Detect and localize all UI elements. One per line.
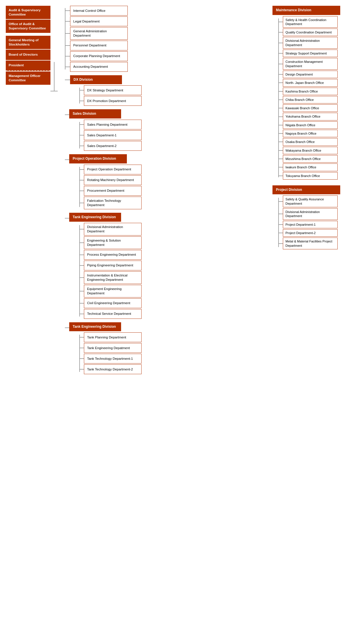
- dept-dx-promotion: DX Promotion Department: [84, 96, 142, 106]
- dept-construction-mgmt: Construction Management Department: [283, 58, 338, 70]
- right-dept-item: North- Japan Branch Office: [278, 79, 340, 86]
- dept-equipment-eng: Equipment Engineering Department: [84, 285, 142, 297]
- org-chart: Audit & Supervisory Committee Office of …: [6, 6, 340, 378]
- dept-project-dept-1: Project Department-1: [283, 221, 338, 228]
- top-dept-accounting: Accounting Department: [65, 62, 270, 72]
- dept-safety-health-coord: Safety & Health Coordination Department: [283, 16, 338, 28]
- right-dept-item: Divisional Administration Department: [278, 208, 340, 220]
- right-dept-item: Tokuyama Branch Office: [278, 172, 340, 180]
- right-dept-item: Project Department-2: [278, 229, 340, 237]
- gov-item-general-meeting: General Meeting of Stockholders: [6, 36, 50, 49]
- top-dept-internal-control: Internal Control Office: [65, 6, 270, 16]
- dept-general-admin: General Administration Department: [70, 27, 128, 40]
- top-dept-corporate-planning: Corporate Planning Department: [65, 51, 270, 61]
- right-dept-item: Nagoya Branch Office: [278, 130, 340, 137]
- gov-item-board-directors: Board of Directors: [6, 50, 50, 60]
- dept-instrumentation-elec: Instrumentation & Electrical Engineering…: [84, 271, 142, 284]
- project-division-header: Project Division: [272, 185, 340, 195]
- dept-tokuyama-branch: Tokuyama Branch Office: [283, 172, 338, 180]
- right-dept-item: Kashima Branch Office: [278, 88, 340, 95]
- tank-engineering-division-2-header: Tank Engineering Division: [69, 322, 121, 332]
- dept-div-admin-maint: Divisional Administration Department: [283, 37, 338, 49]
- governance-column: Audit & Supervisory Committee Office of …: [6, 6, 50, 378]
- dept-kawasaki-branch: Kawasaki Branch Office: [283, 104, 338, 112]
- dept-internal-control: Internal Control Office: [70, 6, 128, 16]
- top-dept-personnel: Personnel Department: [65, 41, 270, 50]
- dept-yokohama-branch: Yokohama Branch Office: [283, 113, 338, 120]
- dept-div-admin-proj: Divisional Administration Department: [283, 208, 338, 220]
- right-dept-item: Niigata Branch Office: [278, 121, 340, 129]
- maintenance-division-header: Maintenance Division: [272, 6, 340, 15]
- right-dept-item: Quality Coordination Department: [278, 29, 340, 36]
- dx-division-header: DX Division: [70, 75, 122, 84]
- dept-tank-tech-1: Tank Technology Department-1: [84, 354, 142, 364]
- right-dept-item: Mizushima Branch Office: [278, 155, 340, 163]
- dept-iwakuni-branch: Iwakuni Branch Office: [283, 163, 338, 171]
- dept-legal: Legal Department: [70, 16, 128, 26]
- right-dept-item: Project Department-1: [278, 221, 340, 228]
- right-dept-item: Strategy Support Department: [278, 50, 340, 57]
- dept-technical-service: Technical Service Department: [84, 309, 142, 319]
- dept-accounting: Accounting Department: [70, 62, 128, 72]
- dept-fabrication-technology: Fabrication Technology Department: [84, 197, 142, 209]
- gov-item-management-officer: Management Officer Committee: [6, 71, 50, 85]
- dept-north-japan-branch: North- Japan Branch Office: [283, 79, 338, 86]
- dept-sales-dept-1: Sales Department-1: [84, 130, 142, 140]
- dept-personnel: Personnel Department: [70, 41, 128, 50]
- dept-tank-tech-2: Tank Technology Department-2: [84, 364, 142, 374]
- right-dept-item: Design Department: [278, 71, 340, 78]
- right-dept-item: Chiba Branch Office: [278, 96, 340, 103]
- gov-item-president: President: [6, 61, 50, 71]
- dept-mizushima-branch: Mizushima Branch Office: [283, 155, 338, 163]
- dept-rotating-machinery: Rotating Machinery Department: [84, 175, 142, 185]
- right-dept-item: Wakayama Branch Office: [278, 147, 340, 154]
- dept-osaka-branch: Osaka Branch Office: [283, 138, 338, 146]
- gov-item-office-audit: Office of Audit & Supervisory Committee: [6, 20, 50, 33]
- dept-civil-eng: Civil Engineering Department: [84, 298, 142, 308]
- dept-div-admin-tank1: Divisional Administration Department: [84, 223, 142, 236]
- right-column: Maintenance Division Safety & Health Coo…: [272, 6, 340, 378]
- dept-tank-engineering: Tank Engineering Depatment: [84, 343, 142, 353]
- top-dept-legal: Legal Department: [65, 16, 270, 26]
- dept-nagoya-branch: Nagoya Branch Office: [283, 130, 338, 137]
- dept-chiba-branch: Chiba Branch Office: [283, 96, 338, 103]
- right-dept-item: Divisional Administration Department: [278, 37, 340, 49]
- right-dept-item: Osaka Branch Office: [278, 138, 340, 146]
- dept-dx-strategy: DX Strategy Department: [84, 85, 142, 95]
- dept-procurement: Procurement Department: [84, 186, 142, 196]
- right-dept-item: Safety & Health Coordination Department: [278, 16, 340, 28]
- tank-engineering-division-1-header: Tank Engineering Division: [69, 213, 121, 222]
- dept-kashima-branch: Kashima Branch Office: [283, 88, 338, 95]
- dept-process-eng: Process Engineering Department: [84, 250, 142, 260]
- dept-piping-eng: Piping Engineering Department: [84, 261, 142, 270]
- project-operation-division-header: Project Operation Division: [69, 154, 127, 163]
- center-column: Internal Control Office Legal Department…: [58, 6, 270, 378]
- top-dept-general-admin: General Administration Department: [65, 27, 270, 40]
- dept-wakayama-branch: Wakayama Branch Office: [283, 147, 338, 154]
- gov-item-audit-committee: Audit & Supervisory Committee: [6, 6, 50, 19]
- dept-strategy-support: Strategy Support Department: [283, 50, 338, 57]
- right-dept-item: Safety & Quality Assurance Department: [278, 195, 340, 207]
- dept-design: Design Department: [283, 71, 338, 78]
- dept-sales-planning: Sales Planning Department: [84, 120, 142, 129]
- dept-safety-quality-assurance: Safety & Quality Assurance Department: [283, 195, 338, 207]
- dept-quality-coord: Quality Coordination Department: [283, 29, 338, 36]
- dept-project-dept-2: Project Department-2: [283, 229, 338, 237]
- right-dept-item: Construction Management Department: [278, 58, 340, 70]
- dept-niigata-branch: Niigata Branch Office: [283, 121, 338, 129]
- right-dept-item: Iwakuni Branch Office: [278, 163, 340, 171]
- dept-sales-dept-2: Sales Department-2: [84, 141, 142, 151]
- right-dept-item: Yokohama Branch Office: [278, 113, 340, 120]
- right-dept-item: Kawasaki Branch Office: [278, 104, 340, 112]
- dept-corporate-planning: Corporate Planning Department: [70, 51, 128, 61]
- sales-division-header: Sales Division: [69, 109, 121, 118]
- dept-eng-solution: Engineering & Solution Department: [84, 236, 142, 249]
- right-dept-item: Metal & Material Facilities Project Depa…: [278, 238, 340, 249]
- dept-tank-planning: Tank Planning Department: [84, 332, 142, 342]
- dept-project-operation: Project Operation Department: [84, 165, 142, 174]
- dept-metal-material: Metal & Material Facilities Project Depa…: [283, 238, 338, 249]
